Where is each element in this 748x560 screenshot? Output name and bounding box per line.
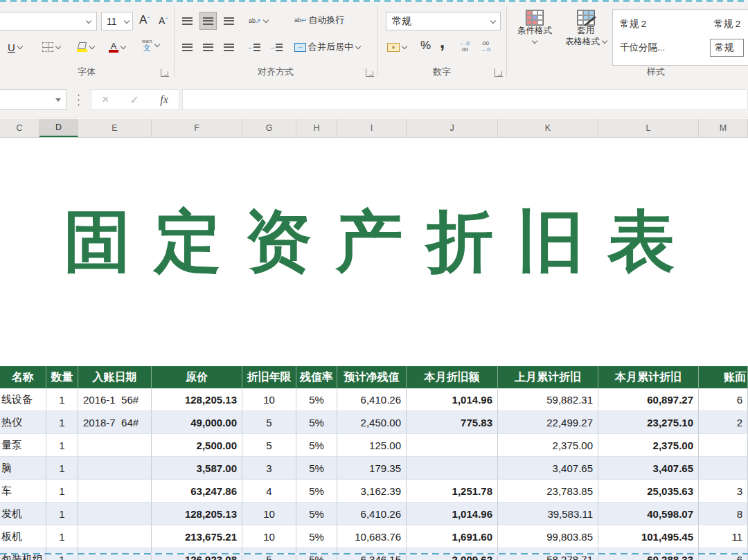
column-letter-G[interactable]: G [242, 119, 296, 137]
cell[interactable] [699, 434, 748, 457]
cell[interactable]: 10,683.76 [337, 525, 407, 548]
cell[interactable] [78, 525, 152, 548]
column-letter-I[interactable]: I [337, 119, 407, 137]
cell[interactable]: 49,000.00 [152, 411, 242, 434]
cell[interactable]: 车 [0, 480, 46, 503]
header-cell[interactable]: 残值率 [296, 366, 337, 388]
alignment-dialog-launcher-icon[interactable] [366, 69, 374, 77]
cell[interactable]: 10 [242, 388, 296, 411]
cell[interactable]: 8 [699, 503, 748, 525]
cell[interactable]: 23,275.10 [598, 411, 699, 434]
header-cell[interactable]: 名称 [0, 366, 46, 388]
cell[interactable]: 5% [296, 388, 337, 411]
cell[interactable]: 2018-7 64# [78, 411, 152, 434]
header-cell[interactable]: 本月累计折旧 [598, 366, 699, 388]
cell[interactable]: 59,882.31 [498, 388, 598, 411]
cell[interactable]: 4 [242, 480, 296, 503]
formula-input[interactable] [182, 89, 748, 110]
cell[interactable] [78, 457, 152, 480]
header-cell[interactable]: 上月累计折旧 [498, 366, 598, 388]
increase-decimal-button[interactable]: ←.0 .00 [456, 38, 473, 56]
cell[interactable]: 6 [699, 388, 748, 411]
cell[interactable]: 1 [46, 434, 78, 457]
cell[interactable] [407, 457, 498, 480]
style-item[interactable]: 常规 2 [620, 18, 646, 30]
column-letter-M[interactable]: M [699, 119, 748, 137]
cell[interactable]: 25,035.63 [598, 480, 699, 503]
comma-style-button[interactable]: , [436, 33, 448, 51]
cell[interactable]: 3,587.00 [152, 457, 242, 480]
enter-icon[interactable]: ✓ [130, 93, 139, 107]
cell[interactable]: 213,675.21 [152, 525, 242, 548]
cell[interactable]: 39,583.11 [498, 503, 598, 525]
cell[interactable]: 热仪 [0, 411, 46, 434]
font-dialog-launcher-icon[interactable] [161, 69, 169, 77]
accounting-format-button[interactable]: ¥ [384, 38, 410, 56]
header-cell[interactable]: 账面 [699, 366, 748, 388]
sheet-area[interactable]: 固定资产折旧表 名称数量入账日期原价折旧年限残值率预计净残值本月折旧额上月累计折… [0, 138, 748, 560]
fill-color-button[interactable] [73, 38, 98, 56]
name-box-dropdown-icon[interactable] [55, 98, 61, 102]
cell[interactable]: 1,691.60 [407, 525, 498, 548]
cell[interactable]: 5 [242, 434, 296, 457]
cell[interactable]: 5% [296, 457, 337, 480]
cell[interactable]: 脑 [0, 457, 46, 480]
insert-function-icon[interactable]: fx [160, 93, 168, 106]
align-center-button[interactable] [199, 38, 217, 56]
cell[interactable]: 2016-1 56# [78, 388, 152, 411]
cell[interactable]: 1 [46, 503, 78, 525]
merge-center-button[interactable]: ↔ 合并后居中 [291, 38, 364, 56]
cell[interactable]: 125.00 [337, 434, 407, 457]
grow-font-button[interactable]: Aˆ [136, 11, 154, 29]
column-letter-K[interactable]: K [498, 119, 598, 137]
cell[interactable]: 5% [296, 411, 337, 434]
cell[interactable]: 10 [242, 525, 296, 548]
header-cell[interactable]: 预计净残值 [337, 366, 407, 388]
borders-button[interactable] [39, 38, 64, 56]
percent-style-button[interactable]: % [417, 37, 434, 55]
orientation-button[interactable]: ab↗ [245, 12, 271, 30]
header-cell[interactable]: 原价 [152, 366, 242, 388]
align-left-button[interactable] [179, 38, 196, 56]
cell[interactable] [78, 503, 152, 525]
shrink-font-button[interactable]: Aˇ [155, 12, 172, 30]
cell[interactable]: 128,205.13 [152, 503, 242, 525]
cell[interactable] [699, 457, 748, 480]
column-letter-J[interactable]: J [407, 119, 498, 137]
cell[interactable]: 23,783.85 [498, 480, 598, 503]
header-cell[interactable]: 本月折旧额 [407, 366, 498, 388]
font-size-combo[interactable]: 11 [101, 12, 133, 30]
header-cell[interactable]: 折旧年限 [242, 366, 296, 388]
number-dialog-launcher-icon[interactable] [495, 69, 503, 77]
column-letter-D[interactable]: D [39, 119, 78, 137]
cell[interactable]: 775.83 [407, 411, 498, 434]
phonetic-guide-button[interactable]: wén 文 [139, 36, 163, 54]
header-cell[interactable]: 数量 [46, 366, 78, 388]
cell[interactable]: 发机 [0, 503, 46, 525]
column-letter-C[interactable]: C [0, 119, 39, 137]
cell[interactable]: 22,499.27 [498, 411, 598, 434]
style-item[interactable]: 常规 2 [714, 18, 740, 30]
cell[interactable] [78, 480, 152, 503]
cell[interactable]: 3 [242, 457, 296, 480]
cell[interactable]: 2,375.00 [498, 434, 598, 457]
cell[interactable]: 3,407.65 [598, 457, 699, 480]
align-middle-button[interactable] [199, 12, 217, 30]
cell[interactable]: 1,014.96 [407, 503, 498, 525]
format-as-table-button[interactable]: 套用 表格格式 [562, 8, 609, 47]
conditional-formatting-button[interactable]: 条件格式 [511, 8, 558, 47]
cell[interactable]: 5% [296, 480, 337, 503]
cell[interactable]: 6,410.26 [337, 388, 407, 411]
cell[interactable]: 2 [699, 411, 748, 434]
increase-indent-button[interactable]: → [266, 38, 286, 56]
cell[interactable]: 40,598.07 [598, 503, 699, 525]
column-letter-E[interactable]: E [78, 119, 152, 137]
cell[interactable]: 1 [46, 480, 78, 503]
cell[interactable]: 3 [699, 480, 748, 503]
cell[interactable]: 5% [296, 434, 337, 457]
cell[interactable] [78, 434, 152, 457]
cell[interactable]: 量泵 [0, 434, 46, 457]
header-cell[interactable]: 入账日期 [78, 366, 152, 388]
font-name-combo[interactable] [0, 12, 97, 30]
cell[interactable] [407, 434, 498, 457]
